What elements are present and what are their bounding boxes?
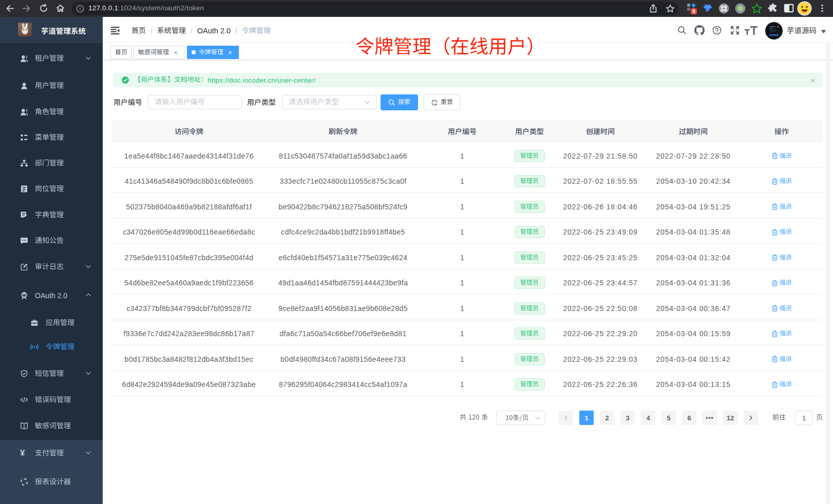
svg-text:9: 9 [692,9,695,14]
